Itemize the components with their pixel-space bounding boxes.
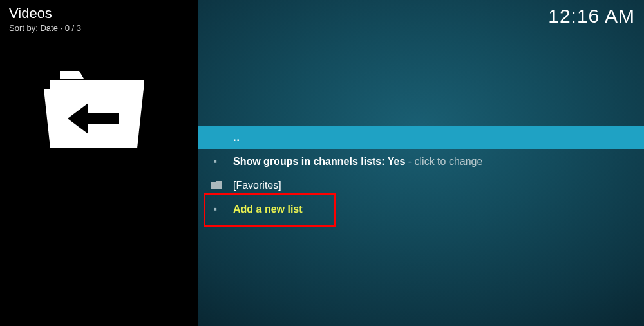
setting-hint: - click to change <box>405 156 482 167</box>
list-item-favorites[interactable]: [Favorites] <box>198 173 644 197</box>
list-position: 0 / 3 <box>65 23 81 33</box>
up-dots: .. <box>211 132 240 144</box>
svg-rect-1 <box>88 113 119 124</box>
folder-back-icon[interactable] <box>44 71 150 148</box>
clock: 12:16 AM <box>548 5 635 27</box>
list-item-setting[interactable]: ■ Show groups in channels lists: Yes - c… <box>198 149 644 173</box>
sidebar-panel <box>0 0 198 326</box>
list-item-add-new[interactable]: ■ Add a new list <box>198 197 644 221</box>
list-item-up[interactable]: .. <box>198 126 644 149</box>
sort-separator: · <box>61 23 65 33</box>
svg-rect-0 <box>50 80 144 89</box>
file-list: .. ■ Show groups in channels lists: Yes … <box>198 126 644 221</box>
sort-info: Sort by: Date · 0 / 3 <box>9 23 81 33</box>
sort-label: Sort by: <box>9 23 38 33</box>
bullet-icon: ■ <box>211 206 233 212</box>
add-new-label: Add a new list <box>233 204 303 215</box>
folder-icon <box>211 181 233 189</box>
sort-value: Date <box>40 23 57 33</box>
page-title: Videos <box>9 5 81 22</box>
header: Videos Sort by: Date · 0 / 3 12:16 AM <box>9 5 635 33</box>
bullet-icon: ■ <box>211 158 233 164</box>
favorites-label: [Favorites] <box>233 180 281 191</box>
setting-label: Show groups in channels lists: Yes <box>233 156 405 167</box>
